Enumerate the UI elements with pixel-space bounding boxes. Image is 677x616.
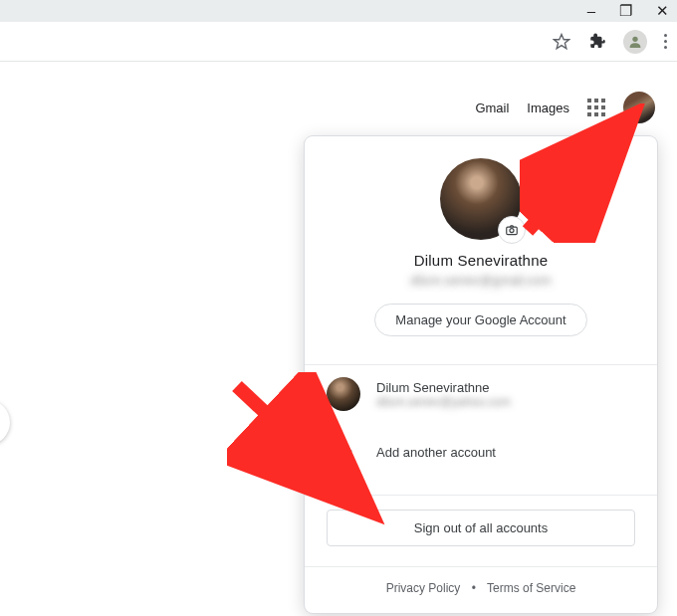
sign-out-all-button[interactable]: Sign out of all accounts — [327, 510, 635, 546]
card-footer: Privacy Policy • Terms of Service — [305, 567, 657, 603]
other-account-row[interactable]: Dilum Senevirathne dilum.senev@yahoo.com — [305, 365, 657, 423]
avatar-image — [327, 377, 360, 411]
apps-grid-icon[interactable] — [587, 99, 605, 116]
page-content: Gmail Images Dilum Senevirathne dilum.se… — [0, 62, 677, 616]
camera-icon — [505, 223, 519, 237]
dot-separator: • — [472, 581, 476, 595]
bookmark-star-icon[interactable] — [552, 32, 571, 52]
profile-avatar-large — [440, 158, 522, 240]
manage-account-button[interactable]: Manage your Google Account — [374, 304, 586, 336]
account-email: dilum.senev@gmail.com — [327, 273, 635, 288]
browser-profile-icon[interactable] — [623, 30, 647, 54]
add-account-row[interactable]: Add another account — [305, 423, 657, 481]
account-name: Dilum Senevirathne — [327, 252, 635, 269]
svg-marker-0 — [555, 34, 569, 48]
close-button[interactable]: ✕ — [656, 0, 669, 22]
extensions-icon[interactable] — [587, 32, 607, 52]
change-photo-button[interactable] — [498, 216, 526, 244]
svg-point-3 — [510, 229, 514, 233]
images-link[interactable]: Images — [527, 101, 569, 115]
svg-point-1 — [632, 36, 637, 41]
add-person-icon — [327, 435, 360, 469]
account-menu-card: Dilum Senevirathne dilum.senev@gmail.com… — [305, 136, 657, 613]
svg-point-4 — [338, 445, 343, 451]
kebab-menu-icon[interactable] — [663, 34, 667, 49]
maximize-button[interactable]: ❐ — [619, 0, 632, 22]
gmail-link[interactable]: Gmail — [475, 101, 509, 115]
other-account-email: dilum.senev@yahoo.com — [376, 395, 511, 409]
decorative-circle — [0, 400, 10, 445]
minimize-button[interactable]: – — [587, 0, 595, 22]
browser-toolbar — [0, 22, 677, 62]
other-account-name: Dilum Senevirathne — [376, 380, 511, 395]
google-header-links: Gmail Images — [475, 92, 655, 123]
add-account-label: Add another account — [376, 445, 496, 460]
privacy-link[interactable]: Privacy Policy — [386, 581, 461, 595]
terms-link[interactable]: Terms of Service — [487, 581, 575, 595]
account-avatar-button[interactable] — [623, 92, 655, 123]
window-titlebar: – ❐ ✕ — [0, 0, 677, 22]
